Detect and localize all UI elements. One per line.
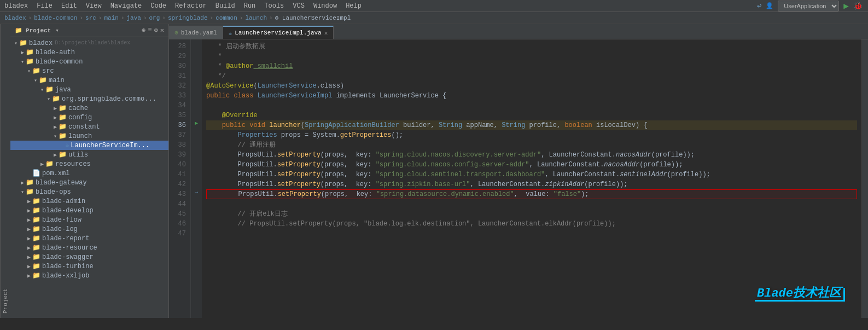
code-line-37: Properties props = System.getProperties(…: [206, 130, 857, 140]
menu-window[interactable]: Window: [309, 2, 341, 10]
code-line-43: PropsUtil.setProperty(props, key: "sprin…: [206, 189, 857, 199]
tree-item-launch[interactable]: ▾ 📁 launch: [10, 131, 168, 141]
tree-item-java[interactable]: ▾ 📁 java: [10, 85, 168, 94]
menu-view[interactable]: View: [81, 2, 106, 10]
tab-launcherserviceimpl[interactable]: ☕ LauncherServiceImpl.java ✕: [223, 26, 334, 39]
run-config-selector[interactable]: UserApplication: [778, 1, 839, 11]
tree-arrow-java: ▾: [39, 86, 45, 93]
folder-icon-blade-turbine: 📁: [32, 262, 40, 270]
code-line-30: * @author smallchil: [206, 61, 857, 71]
tree-item-blade-admin[interactable]: ▶ 📁 blade-admin: [10, 196, 168, 206]
menu-edit[interactable]: Edit: [57, 2, 81, 10]
tree-item-blade-report[interactable]: ▶ 📁 blade-report: [10, 234, 168, 243]
tree-label-blade-log: blade-log: [42, 225, 78, 233]
menu-help[interactable]: Help: [341, 2, 366, 10]
tree-arrow-main: ▾: [32, 77, 39, 84]
nav-back-icon[interactable]: ↩: [757, 1, 761, 10]
tree-item-utils[interactable]: ▶ 📁 utils: [10, 150, 168, 159]
breadcrumb-item-blade-common[interactable]: blade-common: [34, 15, 77, 21]
code-line-28: * 启动参数拓展: [206, 42, 857, 51]
tree-item-blade-flow[interactable]: ▶ 📁 blade-flow: [10, 215, 168, 224]
tree-label-utils: utils: [68, 151, 88, 159]
tree-arrow-blade-swagger: ▶: [26, 254, 32, 260]
menu-tools[interactable]: Tools: [260, 2, 288, 10]
tree-item-src[interactable]: ▾ 📁 src: [10, 66, 168, 76]
sidebar-tree: ▾ 📁 bladex D:\project\blade\bladex ▶ 📁 b…: [10, 37, 168, 318]
gutter-run-marker-36[interactable]: ▶: [191, 118, 202, 128]
tree-arrow-blade-ops: ▾: [19, 189, 26, 195]
tree-item-blade-develop[interactable]: ▶ 📁 blade-develop: [10, 206, 168, 215]
menu-build[interactable]: Build: [211, 2, 240, 10]
tree-item-main[interactable]: ▾ 📁 main: [10, 76, 168, 85]
breadcrumb-item-common[interactable]: common: [215, 15, 237, 21]
tree-item-config[interactable]: ▶ 📁 config: [10, 113, 168, 122]
sidebar-collapse-icon[interactable]: ≡: [148, 26, 152, 34]
tree-item-org-springblade[interactable]: ▾ 📁 org.springblade.commo...: [10, 94, 168, 103]
folder-icon-launch: 📁: [59, 132, 67, 140]
sidebar-settings-icon[interactable]: ⚙: [154, 26, 158, 34]
tree-arrow-blade-turbine: ▶: [26, 263, 32, 270]
menu-code[interactable]: Code: [146, 2, 171, 10]
sidebar-close-icon[interactable]: ✕: [160, 26, 164, 34]
tree-label-blade-turbine: blade-turbine: [42, 263, 94, 270]
main-layout: Project 📁 Project ▾ ⊕ ≡ ⚙ ✕ ▾ 📁 bladex D…: [0, 24, 868, 318]
code-line-42: PropsUtil.setProperty(props, key: "sprin…: [206, 180, 857, 189]
yaml-file-icon: ⚙: [174, 29, 178, 36]
tree-arrow-blade-admin: ▶: [26, 198, 32, 205]
right-scrollbar-panel[interactable]: [861, 39, 868, 318]
tree-arrow-blade-develop: ▶: [26, 207, 32, 214]
tree-item-bladex[interactable]: ▾ 📁 bladex D:\project\blade\bladex: [10, 38, 168, 48]
breadcrumb-item-springblade[interactable]: springblade: [168, 15, 208, 21]
menu-run[interactable]: Run: [240, 2, 260, 10]
breadcrumb-item-src[interactable]: src: [85, 15, 96, 21]
tree-item-constant[interactable]: ▶ 📁 constant: [10, 122, 168, 131]
code-area[interactable]: * 启动参数拓展 * * @author smallchil */ @AutoS…: [202, 39, 861, 318]
tree-arrow-launch: ▾: [52, 133, 59, 140]
folder-icon-blade-develop: 📁: [32, 206, 40, 215]
project-vertical-tab[interactable]: Project: [0, 24, 10, 318]
tree-item-resources[interactable]: ▶ 📁 resources: [10, 159, 168, 169]
breadcrumb-item-java[interactable]: java: [126, 15, 141, 21]
tree-item-blade-gateway[interactable]: ▶ 📁 blade-gateway: [10, 178, 168, 187]
breadcrumb: bladex › blade-common › src › main › jav…: [0, 12, 868, 24]
sidebar-header-dropdown-icon[interactable]: ▾: [55, 27, 59, 34]
menu-file[interactable]: File: [32, 2, 57, 10]
tab-blade-yaml[interactable]: ⚙ blade.yaml: [169, 26, 223, 39]
sidebar: 📁 Project ▾ ⊕ ≡ ⚙ ✕ ▾ 📁 bladex D:\projec…: [10, 24, 169, 318]
folder-icon-config: 📁: [59, 113, 67, 121]
tree-label-config: config: [68, 114, 92, 121]
tree-item-blade-common[interactable]: ▾ 📁 blade-common: [10, 57, 168, 66]
breadcrumb-item-main[interactable]: main: [104, 15, 118, 21]
tree-item-blade-log[interactable]: ▶ 📁 blade-log: [10, 224, 168, 234]
menu-vcs[interactable]: VCS: [288, 2, 309, 10]
breadcrumb-item-bladex[interactable]: bladex: [4, 15, 26, 21]
code-line-35: @Override: [206, 111, 857, 120]
tree-label-launcherserviceimpl: LauncherServiceIm...: [71, 142, 149, 149]
breadcrumb-item-launch[interactable]: launch: [245, 15, 267, 21]
tree-item-pom-xml[interactable]: 📄 pom.xml: [10, 169, 168, 178]
tab-close-icon[interactable]: ✕: [324, 30, 328, 37]
sidebar-locate-icon[interactable]: ⊕: [142, 26, 145, 34]
tree-item-blade-ops[interactable]: ▾ 📁 blade-ops: [10, 187, 168, 196]
editor-tabs: ⚙ blade.yaml ☕ LauncherServiceImpl.java …: [169, 24, 868, 39]
tree-arrow-cache: ▶: [52, 105, 59, 112]
tree-item-blade-turbine[interactable]: ▶ 📁 blade-turbine: [10, 262, 168, 271]
code-line-34: [206, 101, 857, 111]
menu-refactor[interactable]: Refactor: [171, 2, 211, 10]
menu-bladex[interactable]: bladex: [0, 2, 32, 10]
tree-label-blade-common: blade-common: [36, 58, 83, 66]
menu-navigate[interactable]: Navigate: [106, 2, 147, 10]
folder-icon-blade-resource: 📁: [32, 244, 40, 252]
breadcrumb-item-launcherserviceimpl[interactable]: ⚙ LauncherServiceImpl: [275, 14, 351, 21]
tree-item-blade-auth[interactable]: ▶ 📁 blade-auth: [10, 48, 168, 57]
tree-item-blade-swagger[interactable]: ▶ 📁 blade-swagger: [10, 252, 168, 262]
tree-item-cache[interactable]: ▶ 📁 cache: [10, 103, 168, 113]
tree-item-blade-resource[interactable]: ▶ 📁 blade-resource: [10, 243, 168, 252]
run-button[interactable]: ▶: [843, 1, 849, 11]
breadcrumb-item-org[interactable]: org: [149, 15, 160, 21]
tree-item-launcherserviceimpl[interactable]: ☕ LauncherServiceIm...: [10, 141, 168, 150]
debug-button[interactable]: 🐞: [853, 1, 863, 10]
tree-label-blade-ops: blade-ops: [36, 188, 71, 196]
tree-item-blade-xxljob[interactable]: ▶ 📁 blade-xxljob: [10, 271, 168, 280]
menu-bar: bladex File Edit View Navigate Code Refa…: [0, 0, 868, 12]
